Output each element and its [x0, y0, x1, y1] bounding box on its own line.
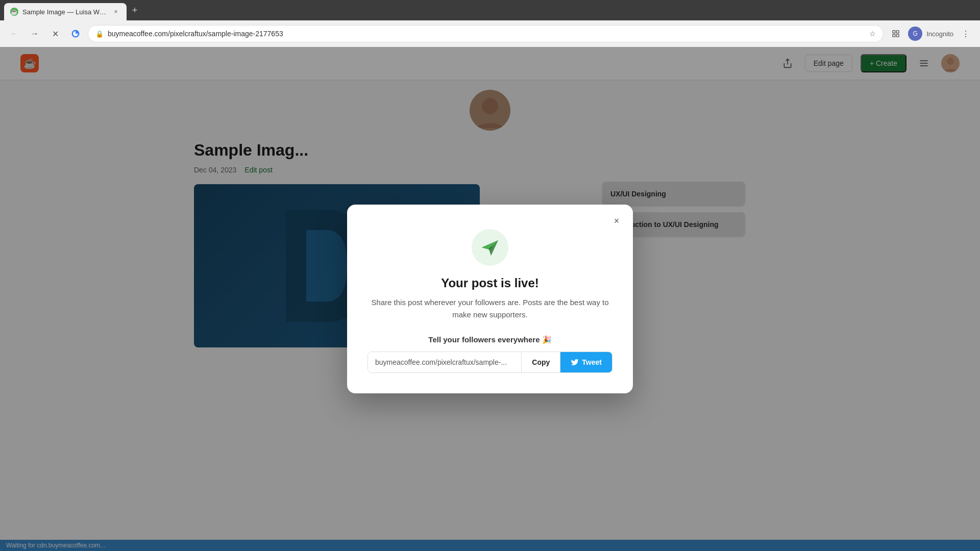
share-row: Copy Tweet: [368, 352, 612, 373]
tab-title: Sample Image — Luisa Welch: [22, 8, 107, 16]
svg-rect-1: [893, 31, 895, 33]
browser-chrome: ☕ Sample Image — Luisa Welch × + ← → ✕ 🔒…: [0, 0, 980, 47]
page-content: ☕ Edit page + Create: [0, 47, 980, 551]
address-text: buymeacoffee.com/pixelcraftux/sample-ima…: [108, 30, 865, 38]
modal-close-button[interactable]: ×: [608, 213, 625, 229]
google-apps-button[interactable]: [67, 26, 84, 42]
nav-bar: ← → ✕ 🔒 buymeacoffee.com/pixelcraftux/sa…: [0, 20, 980, 47]
share-modal: × Your post is live! Share this post whe…: [347, 205, 633, 393]
new-tab-button[interactable]: +: [128, 3, 142, 17]
tweet-button[interactable]: Tweet: [560, 352, 612, 372]
modal-subtitle: Share this post wherever your followers …: [368, 296, 612, 321]
lock-icon: 🔒: [95, 30, 104, 38]
tab-favicon: ☕: [10, 8, 18, 16]
modal-icon-circle: [472, 229, 508, 266]
profile-button[interactable]: G: [908, 27, 922, 41]
modal-section-title: Tell your followers everywhere 🎉: [368, 335, 612, 344]
forward-button[interactable]: →: [27, 26, 43, 42]
reload-button[interactable]: ✕: [47, 26, 63, 42]
copy-button[interactable]: Copy: [521, 352, 560, 372]
active-tab[interactable]: ☕ Sample Image — Luisa Welch ×: [4, 3, 127, 20]
tab-close-button[interactable]: ×: [111, 7, 120, 16]
tab-bar: ☕ Sample Image — Luisa Welch × +: [0, 0, 980, 20]
address-bar[interactable]: 🔒 buymeacoffee.com/pixelcraftux/sample-i…: [88, 25, 884, 42]
nav-right-actions: G Incognito ⋮: [888, 26, 974, 42]
svg-rect-2: [897, 31, 899, 33]
extensions-button[interactable]: [888, 26, 904, 42]
share-url-input[interactable]: [368, 352, 521, 372]
back-button[interactable]: ←: [6, 26, 22, 42]
modal-overlay[interactable]: × Your post is live! Share this post whe…: [0, 47, 980, 551]
svg-rect-3: [897, 34, 899, 37]
svg-rect-4: [893, 34, 895, 37]
tweet-label: Tweet: [582, 358, 602, 366]
incognito-label: Incognito: [926, 30, 953, 38]
bookmark-icon[interactable]: ☆: [869, 30, 876, 38]
modal-title: Your post is live!: [441, 276, 539, 290]
browser-menu-button[interactable]: ⋮: [958, 26, 974, 42]
